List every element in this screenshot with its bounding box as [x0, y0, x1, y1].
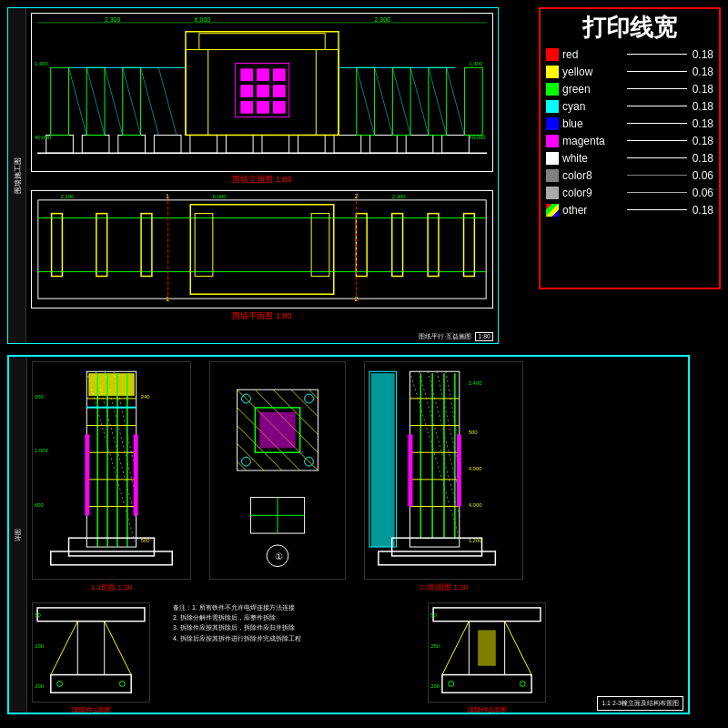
legend-line-magenta [627, 140, 687, 141]
top-drawing-panel: 围墙施工图 [7, 7, 499, 344]
legend-line-green [627, 88, 687, 89]
legend-value-yellow: 0.18 [693, 66, 713, 78]
legend-value-cyan: 0.18 [693, 100, 713, 113]
legend-title: 打印线宽 [546, 15, 713, 41]
svg-text:250: 250 [430, 643, 440, 649]
legend-item-white: white 0.18 [546, 152, 713, 165]
section-left-drawing: 200 1,000 600 240 500 [32, 361, 191, 580]
svg-rect-64 [311, 214, 329, 277]
legend-line-color8 [627, 175, 687, 176]
bottom-title-bar: 详图 [9, 357, 27, 713]
svg-text:2: 2 [354, 295, 358, 303]
notes-area: 备注：1. 所有铁件不允许电焊连接方法连接 2. 拆除分解件需拆除后，应整件拆除… [173, 602, 410, 693]
svg-rect-4 [154, 135, 181, 153]
legend-item-yellow: yellow 0.18 [546, 66, 713, 78]
section-left-label: 1-1剖面 1:20 [32, 582, 191, 592]
detail-left-label: 顶墙件1详图 [32, 705, 150, 714]
svg-rect-29 [273, 101, 286, 114]
cad-content-bottom: 200 1,000 600 240 500 1-1剖面 1:20 [27, 357, 688, 713]
legend-item-color8: color8 0.06 [546, 169, 713, 182]
legend-value-color9: 0.06 [693, 187, 713, 199]
legend-name-color9: color9 [562, 187, 622, 199]
legend-item-other: other 0.18 [546, 204, 713, 217]
svg-text:1: 1 [166, 192, 169, 200]
svg-rect-65 [356, 214, 367, 277]
svg-rect-17 [186, 50, 208, 136]
svg-text:1,200: 1,200 [469, 538, 483, 543]
svg-line-38 [105, 67, 123, 135]
legend-name-color8: color8 [562, 169, 622, 182]
note-line-3: 3. 拆除件应按其拆除后，拆除件应归并拆除 [173, 622, 301, 632]
detail-right-label: 顶墙件2详图 [428, 705, 546, 714]
svg-line-41 [158, 67, 177, 135]
cad-area-top: 2,300 6,000 2,300 1,400 40,000 1,400 40,… [26, 8, 498, 343]
svg-line-40 [141, 67, 159, 135]
svg-rect-167 [478, 630, 496, 665]
svg-text:6,000: 6,000 [195, 16, 210, 23]
svg-point-154 [119, 681, 125, 686]
svg-text:①: ① [275, 551, 283, 561]
section-right-label: 2-2剖面图 1:30 [364, 582, 523, 592]
legend-line-yellow [627, 71, 687, 72]
section-left-svg: 200 1,000 600 240 500 [33, 362, 190, 579]
legend-name-blue: blue [562, 117, 622, 130]
svg-point-164 [520, 681, 525, 686]
legend-line-white [627, 157, 687, 158]
legend-value-blue: 0.18 [693, 117, 713, 130]
svg-rect-8 [298, 135, 326, 153]
detail-right-drawing: 50 250 200 [428, 602, 546, 703]
svg-point-153 [57, 681, 63, 686]
svg-text:200: 200 [35, 683, 45, 689]
svg-rect-9 [334, 135, 361, 153]
legend-line-red [627, 54, 687, 55]
svg-rect-56 [38, 200, 486, 298]
legend-color-red [546, 48, 559, 61]
legend-color-magenta [546, 135, 559, 147]
legend-value-green: 0.18 [693, 83, 713, 96]
legend-color-color8 [546, 169, 559, 182]
panel-title-text: 围墙施工图 [12, 157, 22, 194]
svg-text:600: 600 [35, 502, 45, 508]
legend-color-white [546, 152, 559, 165]
legend-line-color9 [627, 192, 687, 193]
legend-item-cyan: cyan 0.18 [546, 100, 713, 113]
svg-rect-6 [226, 135, 253, 153]
svg-line-44 [392, 67, 410, 135]
legend-color-green [546, 83, 559, 96]
svg-text:2,300: 2,300 [60, 194, 74, 199]
svg-rect-19 [199, 34, 325, 50]
svg-rect-11 [406, 135, 433, 153]
svg-line-43 [375, 67, 393, 135]
section-right-drawing: 2,400 500 4,000 4,000 1,200 [364, 361, 523, 580]
svg-text:6,000: 6,000 [213, 194, 227, 199]
svg-rect-59 [52, 214, 63, 277]
legend-panel: 打印线宽 red 0.18 yellow 0.18 green 0.18 cya… [539, 7, 721, 289]
svg-text:4,000: 4,000 [469, 466, 483, 471]
note-text: 备注：1. 所有铁件不允许电焊连接方法连接 2. 拆除分解件需拆除后，应整件拆除… [173, 602, 301, 643]
svg-text:50: 50 [35, 612, 41, 618]
legend-color-yellow [546, 66, 559, 78]
svg-rect-26 [273, 85, 286, 97]
svg-line-128 [419, 371, 459, 515]
svg-text:2,300: 2,300 [392, 194, 406, 199]
svg-line-165 [442, 622, 469, 675]
legend-line-other [627, 209, 687, 210]
legend-name-magenta: magenta [562, 135, 622, 147]
panel-title-bar: 围墙施工图 [8, 8, 26, 343]
bottom-drawing-panel: 详图 [7, 355, 690, 714]
svg-line-47 [447, 67, 465, 135]
svg-text:40,000: 40,000 [35, 135, 52, 140]
svg-rect-25 [257, 85, 269, 97]
legend-name-white: white [562, 152, 622, 165]
svg-rect-10 [370, 135, 398, 153]
section-right-svg: 2,400 500 4,000 4,000 1,200 [365, 362, 522, 579]
elevation-drawing: 2,300 6,000 2,300 1,400 40,000 1,400 40,… [31, 13, 493, 172]
svg-rect-22 [257, 68, 269, 81]
svg-rect-144 [379, 551, 496, 565]
svg-rect-151 [77, 622, 104, 675]
legend-name-yellow: yellow [562, 66, 622, 78]
legend-name-other: other [562, 204, 622, 217]
svg-rect-101 [134, 434, 138, 515]
svg-rect-68 [464, 214, 475, 277]
svg-line-45 [410, 67, 429, 135]
